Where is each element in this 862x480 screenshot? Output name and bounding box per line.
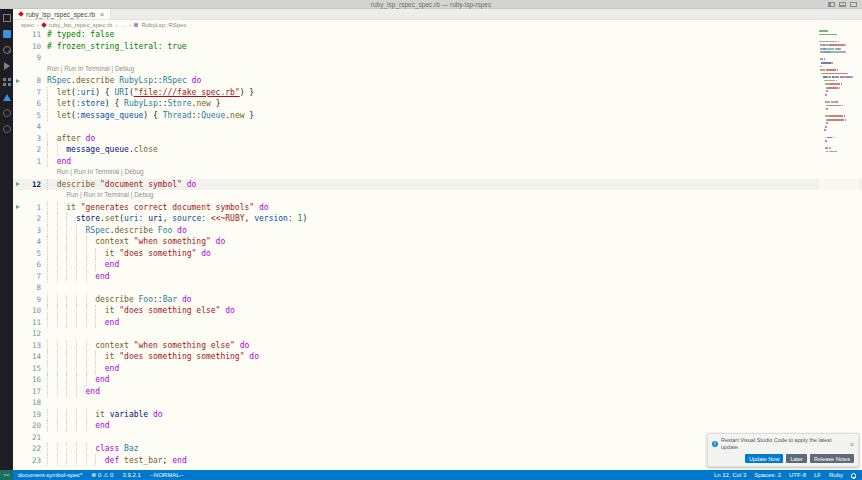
code-line[interactable]: 9 describe Foo::Bar do — [13, 294, 862, 306]
title-bar[interactable]: ruby_lsp_rspec_spec.rb — ruby-lsp-rspec — [0, 0, 862, 9]
statusbar-item[interactable]: Ruby — [829, 470, 843, 480]
code-text: # frozen_string_literal: true — [47, 41, 187, 53]
statusbar-item[interactable]: 3.9.2.1 — [122, 470, 140, 480]
code-text: # typed: false — [47, 29, 114, 41]
code-line[interactable]: 9 — [13, 52, 862, 64]
code-line[interactable]: 3 after do — [13, 133, 862, 145]
code-line[interactable]: 7 end — [13, 271, 862, 283]
code-line[interactable]: 8 — [13, 282, 862, 294]
remote-indicator[interactable]: >< — [0, 470, 13, 480]
editor-gutter: 16 — [13, 374, 41, 386]
statusbar-item[interactable]: document-symbol-spec* — [18, 470, 82, 480]
remote-explorer-icon[interactable] — [3, 109, 11, 117]
ruby-file-icon — [18, 11, 24, 17]
close-tab-icon[interactable]: × — [100, 11, 104, 18]
breadcrumb-item[interactable]: … — [120, 22, 126, 28]
indent-guide — [76, 420, 77, 432]
code-line[interactable]: 5 let(:message_queue) { Thread::Queue.ne… — [13, 110, 862, 122]
code-line[interactable]: 2 message_queue.close — [13, 144, 862, 156]
indent-guide — [66, 317, 67, 329]
code-line[interactable]: 1 end — [13, 156, 862, 168]
run-test-icon[interactable] — [13, 182, 23, 186]
breadcrumb-item[interactable]: RubyLsp::RSpec — [141, 22, 186, 28]
indent-guide — [76, 259, 77, 271]
statusbar-item[interactable]: --NORMAL-- — [150, 470, 184, 480]
statusbar-item[interactable]: ⊗ 0 ⚠ 0 — [91, 470, 113, 480]
codelens-actions[interactable]: Run | Run In Terminal | Debug — [47, 167, 144, 179]
code-line[interactable]: 16 end — [13, 374, 862, 386]
editor-gutter: 5 — [13, 248, 41, 260]
code-line[interactable]: 18 — [13, 397, 862, 409]
indent-guide — [86, 340, 87, 352]
account-icon[interactable] — [3, 125, 11, 133]
code-editor[interactable]: 11# typed: false10# frozen_string_litera… — [13, 29, 862, 470]
editor-gutter: 11 — [13, 317, 41, 329]
extensions-icon[interactable] — [3, 78, 11, 86]
breadcrumb-item[interactable]: ruby_lsp_rspec_spec.rb — [49, 22, 113, 28]
indent-guide — [47, 236, 48, 248]
codelens-actions[interactable]: Run | Run In Terminal | Debug — [47, 64, 134, 76]
update-now-button[interactable]: Update Now — [745, 454, 783, 463]
breadcrumb-item[interactable]: spec — [21, 22, 34, 28]
toggle-panel-icon[interactable] — [839, 2, 846, 7]
testing-beaker-icon[interactable] — [3, 94, 11, 101]
code-line[interactable]: 10 it "does something else" do — [13, 305, 862, 317]
line-number: 1 — [23, 202, 41, 214]
minimap[interactable] — [819, 30, 859, 230]
customize-layout-icon[interactable] — [850, 2, 857, 7]
explorer-icon[interactable] — [3, 14, 11, 22]
close-notification-icon[interactable]: × — [850, 441, 854, 448]
code-line[interactable]: 15 end — [13, 363, 862, 375]
codelens-row[interactable]: Run | Run In Terminal | Debug — [13, 190, 862, 202]
code-line[interactable]: 13 context "when something else" do — [13, 340, 862, 352]
code-line[interactable]: 6 let(:store) { RubyLsp::Store.new } — [13, 98, 862, 110]
release-notes-button[interactable]: Release Notes — [810, 454, 854, 463]
editor-gutter: 15 — [13, 363, 41, 375]
code-line[interactable]: 11# typed: false — [13, 29, 862, 41]
code-line[interactable]: 14 it "does something something" do — [13, 351, 862, 363]
code-text: context "when something else" do — [47, 340, 249, 352]
statusbar-item[interactable]: Spaces: 2 — [754, 470, 781, 480]
editor-gutter: 17 — [13, 386, 41, 398]
line-number: 23 — [23, 455, 41, 467]
indent-guide — [66, 271, 67, 283]
code-line[interactable]: 4 context "when something" do — [13, 236, 862, 248]
code-line[interactable]: 3 RSpec.describe Foo do — [13, 225, 862, 237]
code-line[interactable]: 10# frozen_string_literal: true — [13, 41, 862, 53]
notifications-bell-icon[interactable] — [851, 473, 856, 478]
code-line[interactable]: 1 it "generates correct document symbols… — [13, 202, 862, 214]
code-line[interactable]: 17 end — [13, 386, 862, 398]
code-line[interactable]: 19 it variable do — [13, 409, 862, 421]
activity-bar — [0, 9, 13, 470]
code-lines: 11# typed: false10# frozen_string_litera… — [13, 29, 862, 466]
search-icon[interactable] — [3, 30, 11, 38]
indent-guide — [76, 317, 77, 329]
codelens-row[interactable]: Run | Run In Terminal | Debug — [13, 64, 862, 76]
toggle-sidebar-icon[interactable] — [828, 2, 835, 7]
code-line[interactable]: 20 end — [13, 420, 862, 432]
codelens-actions[interactable]: Run | Run In Terminal | Debug — [47, 190, 153, 202]
codelens-row[interactable]: Run | Run In Terminal | Debug — [13, 167, 862, 179]
statusbar-item[interactable]: Ln 12, Col 3 — [714, 470, 746, 480]
code-line[interactable]: 12 — [13, 328, 862, 340]
source-control-icon[interactable] — [3, 46, 11, 54]
tab-ruby-lsp-rspec-spec[interactable]: ruby_lsp_rspec_spec.rb × — [13, 9, 111, 19]
run-and-debug-icon[interactable] — [4, 62, 10, 70]
indent-guide — [57, 305, 58, 317]
code-line[interactable]: 5 it "does something" do — [13, 248, 862, 260]
code-line[interactable]: 12 describe "document symbol" do — [13, 179, 862, 191]
statusbar-item[interactable]: LF — [814, 470, 821, 480]
statusbar-item[interactable]: UTF-8 — [789, 470, 806, 480]
code-line[interactable]: 4 — [13, 121, 862, 133]
later-button[interactable]: Later — [786, 454, 807, 463]
run-test-icon[interactable] — [13, 205, 23, 209]
code-line[interactable]: 6 end — [13, 259, 862, 271]
code-line[interactable]: 8RSpec.describe RubyLsp::RSpec do — [13, 75, 862, 87]
run-test-icon[interactable] — [13, 79, 23, 83]
code-line[interactable]: 11 end — [13, 317, 862, 329]
code-line[interactable]: 2 store.set(uri: uri, source: <<~RUBY, v… — [13, 213, 862, 225]
code-line[interactable]: 7 let(:uri) { URI("file:///fake_spec.rb"… — [13, 87, 862, 99]
indent-guide — [57, 248, 58, 260]
indent-guide — [86, 420, 87, 432]
code-text: context "when something" do — [47, 236, 225, 248]
